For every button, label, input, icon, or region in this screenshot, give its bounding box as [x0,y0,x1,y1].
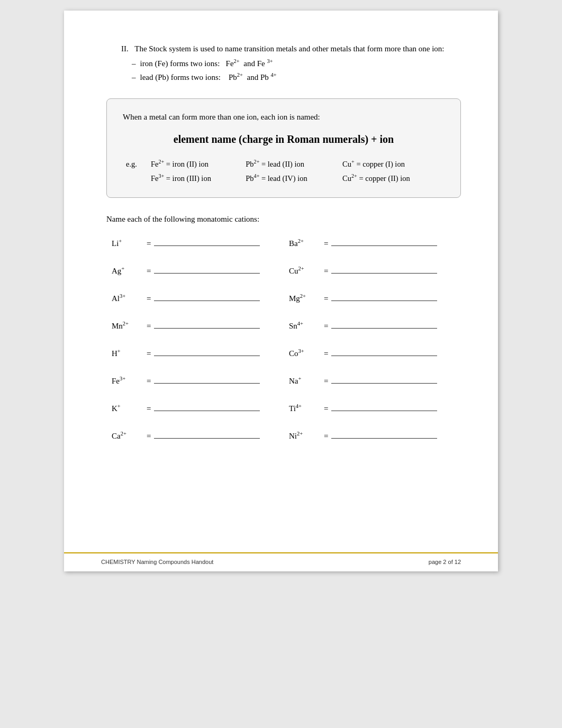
cation-ca: Ca2+ = [106,430,284,442]
section-ii: II. The Stock system is used to name tra… [106,42,461,84]
cation-li-line [154,245,260,246]
cation-sn-line [331,328,437,329]
pb4-example: Pb4+ = lead (IV) ion [242,171,339,186]
bullet-iron-text: iron (Fe) forms two ions: Fe2+ and Fe 3+ [140,57,273,70]
cation-mg: Mg2+ = [284,292,461,305]
cation-ca-line [154,438,260,439]
cation-ba-line [331,245,437,246]
cu1-example: Cu+ = copper (I) ion [339,157,445,171]
cation-ti-label: Ti4+ [289,402,321,415]
cation-sn-label: Sn4+ [289,320,321,332]
cation-co: Co3+ = [284,347,461,360]
bullet-lead: – lead (Pb) forms two ions: Pb2+ and Pb … [132,71,461,84]
cation-k: K+ = [106,402,284,415]
cation-al-label: Al3+ [112,292,143,305]
cation-fe3-line [154,383,260,384]
cation-h: H+ = [106,347,284,360]
cation-h-line [154,356,260,356]
section-number: II. [121,44,129,53]
footer: CHEMISTRY Naming Compounds Handout page … [64,552,498,571]
page: II. The Stock system is used to name tra… [64,11,498,571]
cation-al-line [154,301,260,301]
cation-mg-line [331,301,437,301]
when-text: When a metal can form more than one ion,… [123,111,445,123]
cation-k-line [154,411,260,411]
cation-mn-label: Mn2+ [112,320,143,332]
examples-row-1: e.g. Fe2+ = iron (II) ion Pb2+ = lead (I… [123,157,445,171]
cation-li: Li+ = [106,237,284,250]
cation-ni: Ni2+ = [284,430,461,442]
cation-ba-label: Ba2+ [289,237,321,250]
cation-mn-line [154,328,260,329]
cation-fe3: Fe3+ = [106,375,284,387]
cation-cu-line [331,273,437,274]
cation-na-label: Na+ [289,375,321,387]
cation-mn: Mn2+ = [106,320,284,332]
pb2-example: Pb2+ = lead (II) ion [242,157,339,171]
cation-ti-line [331,411,437,411]
cation-ag-label: Ag+ [112,265,143,277]
section-intro-text: The Stock system is used to name transit… [134,44,444,53]
fe2-example: Fe2+ = iron (II) ion [148,157,242,171]
bullet-iron: – iron (Fe) forms two ions: Fe2+ and Fe … [132,57,461,70]
cation-ti: Ti4+ = [284,402,461,415]
bullets: – iron (Fe) forms two ions: Fe2+ and Fe … [106,57,461,84]
cation-ag-line [154,273,260,274]
cation-fe3-label: Fe3+ [112,375,143,387]
cation-co-label: Co3+ [289,347,321,360]
fe2-charge: 2+ [234,58,240,64]
formula-line: element name (charge in Roman numerals) … [123,131,445,148]
cation-cu-label: Cu2+ [289,265,321,277]
bullet-lead-text: lead (Pb) forms two ions: Pb2+ and Pb 4+ [140,71,277,84]
cation-sn: Sn4+ = [284,320,461,332]
pb4-charge: 4+ [271,72,277,78]
fe3-example: Fe3+ = iron (III) ion [148,171,242,186]
pb2-charge: 2+ [237,72,243,78]
cation-ni-line [331,438,437,439]
cation-al: Al3+ = [106,292,284,305]
cation-cu: Cu2+ = [284,265,461,277]
section-intro: II. The Stock system is used to name tra… [106,42,461,55]
cation-h-label: H+ [112,347,143,360]
cation-k-label: K+ [112,402,143,415]
examples-row-2: Fe3+ = iron (III) ion Pb4+ = lead (IV) i… [123,171,445,186]
cation-na-line [331,383,437,384]
cation-ca-label: Ca2+ [112,430,143,442]
cu2-example: Cu2+ = copper (II) ion [339,171,445,186]
cations-grid: Li+ = Ba2+ = Ag+ = Cu2+ = Al3+ = Mg2+ [106,237,461,457]
name-each-instruction: Name each of the following monatomic cat… [106,213,461,225]
cation-ba: Ba2+ = [284,237,461,250]
cation-co-line [331,356,437,356]
cation-mg-label: Mg2+ [289,292,321,305]
cation-li-label: Li+ [112,237,143,250]
footer-left: CHEMISTRY Naming Compounds Handout [101,558,213,567]
cation-ni-label: Ni2+ [289,430,321,442]
fe3-charge: 3+ [267,58,273,64]
highlight-box: When a metal can form more than one ion,… [106,98,461,198]
cation-na: Na+ = [284,375,461,387]
cation-ag: Ag+ = [106,265,284,277]
examples-table: e.g. Fe2+ = iron (II) ion Pb2+ = lead (I… [123,157,445,186]
eg-label: e.g. [123,157,148,186]
footer-right: page 2 of 12 [429,558,461,567]
